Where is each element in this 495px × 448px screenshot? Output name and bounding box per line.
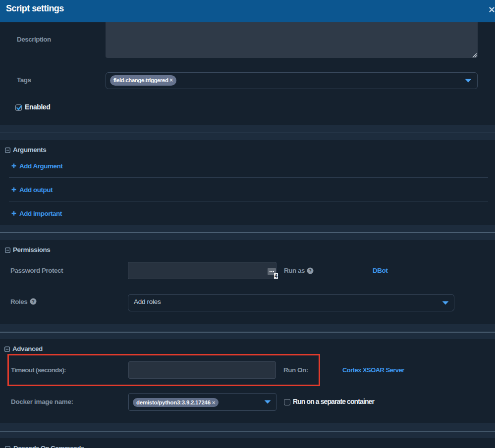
svg-text:?: ?: [32, 299, 35, 304]
svg-text:?: ?: [309, 268, 312, 273]
